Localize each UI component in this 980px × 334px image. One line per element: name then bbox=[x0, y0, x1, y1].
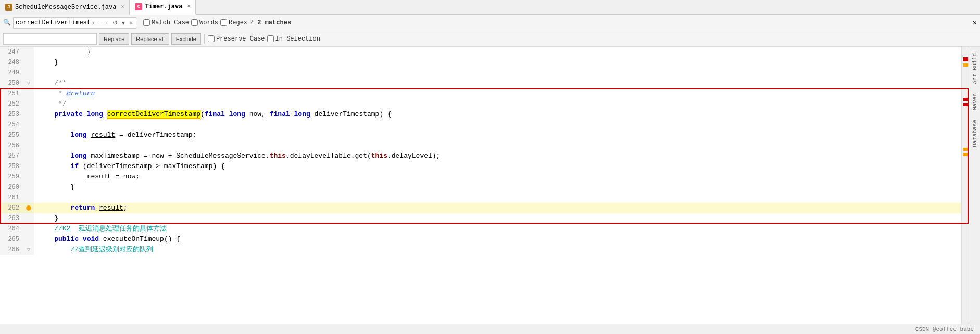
tab-schedule[interactable]: J ScheduleMessageService.java × bbox=[0, 0, 130, 15]
line-number: 259 bbox=[0, 172, 23, 182]
tab-timer-close[interactable]: × bbox=[187, 4, 190, 9]
code-scroll-area[interactable]: 247 } 248 } 249 250 ▽ /* bbox=[0, 47, 969, 324]
java-file-icon: J bbox=[5, 4, 12, 11]
line-gutter: ▽ bbox=[23, 245, 34, 255]
line-gutter bbox=[23, 161, 34, 172]
line-number: 263 bbox=[0, 213, 23, 224]
search-input[interactable] bbox=[16, 19, 89, 27]
match-case-checkbox[interactable] bbox=[143, 19, 150, 26]
code-span: deliverTimestamp) { bbox=[310, 110, 392, 118]
tab-bar: J ScheduleMessageService.java × C Timer.… bbox=[0, 0, 980, 15]
keyword-span: long bbox=[70, 131, 86, 139]
line-number: 256 bbox=[0, 140, 23, 151]
line-gutter bbox=[23, 88, 34, 99]
line-code: //查到延迟级别对应的队列 bbox=[34, 245, 969, 255]
words-option[interactable]: Words bbox=[191, 19, 218, 27]
in-selection-checkbox[interactable] bbox=[267, 35, 274, 42]
refresh-button[interactable]: ↺ bbox=[111, 19, 119, 27]
exclude-button[interactable]: Exclude bbox=[171, 33, 201, 45]
table-row: 250 ▽ /** bbox=[0, 78, 969, 88]
nav-prev-button[interactable]: ← bbox=[91, 19, 99, 27]
sidebar-tab-ant-build[interactable]: Ant Build bbox=[971, 49, 979, 88]
regex-option[interactable]: Regex bbox=[220, 19, 247, 27]
editor-main: 247 } 248 } 249 250 ▽ /* bbox=[0, 47, 980, 324]
replace-button[interactable]: Replace bbox=[99, 33, 129, 45]
line-code: public void executeOnTimeup() { bbox=[34, 234, 969, 245]
line-gutter bbox=[23, 234, 34, 245]
keyword2-span: this bbox=[371, 152, 387, 160]
warning-indicator-2 bbox=[963, 148, 968, 151]
fold-marker[interactable]: ▽ bbox=[27, 80, 30, 86]
table-row: 248 } bbox=[0, 57, 969, 68]
line-code: */ bbox=[34, 99, 969, 109]
regex-checkbox[interactable] bbox=[220, 19, 227, 26]
regex-help: ? bbox=[249, 19, 253, 27]
search-input-wrap: ← → ↺ ▾ × bbox=[13, 17, 136, 29]
match-case-option[interactable]: Match Case bbox=[143, 19, 189, 27]
tab-schedule-close[interactable]: × bbox=[121, 4, 124, 10]
tab-timer-label: Timer.java bbox=[145, 3, 182, 10]
code-editor[interactable]: 247 } 248 } 249 250 ▽ /* bbox=[0, 47, 969, 324]
table-row: 260 } bbox=[0, 182, 969, 192]
line-code: result = now; bbox=[34, 172, 969, 182]
bottom-bar: CSDN @coffee_babe bbox=[0, 324, 980, 334]
line-number: 254 bbox=[0, 120, 23, 130]
preserve-case-option[interactable]: Preserve Case bbox=[208, 35, 265, 43]
warning-indicator bbox=[963, 63, 968, 67]
line-gutter bbox=[23, 203, 34, 213]
keyword-span: long bbox=[70, 152, 86, 160]
line-code: } bbox=[34, 47, 969, 57]
line-number: 262 bbox=[0, 203, 23, 213]
close-find-bar-button[interactable]: × bbox=[973, 19, 977, 27]
right-sidebar: Ant Build Maven Database bbox=[969, 47, 980, 324]
table-row: 261 bbox=[0, 192, 969, 203]
var-span: result bbox=[99, 204, 123, 212]
close-search-button[interactable]: × bbox=[128, 19, 134, 27]
line-gutter bbox=[23, 99, 34, 109]
line-number: 265 bbox=[0, 234, 23, 245]
replace-divider bbox=[204, 34, 205, 44]
line-number: 260 bbox=[0, 182, 23, 192]
line-gutter: ▽ bbox=[23, 78, 34, 88]
line-code bbox=[34, 120, 969, 130]
selection-region: 251 * @return 252 */ 253 private long co… bbox=[0, 88, 969, 224]
line-gutter bbox=[23, 140, 34, 151]
keyword-span: public bbox=[54, 235, 79, 243]
replace-all-button[interactable]: Replace all bbox=[131, 33, 169, 45]
keyword-span: return bbox=[70, 204, 95, 212]
sidebar-tab-database[interactable]: Database bbox=[971, 115, 979, 151]
preserve-case-checkbox[interactable] bbox=[208, 35, 215, 42]
error-indicator-3 bbox=[963, 103, 968, 106]
in-selection-option[interactable]: In Selection bbox=[267, 35, 320, 43]
line-number: 250 bbox=[0, 78, 23, 88]
line-number: 249 bbox=[0, 68, 23, 78]
sidebar-tab-maven[interactable]: Maven bbox=[971, 89, 979, 114]
code-span bbox=[290, 110, 294, 118]
replace-input[interactable] bbox=[6, 35, 89, 43]
line-code: private long correctDeliverTimestamp(fin… bbox=[34, 109, 969, 120]
fold-marker[interactable]: ▽ bbox=[27, 247, 30, 253]
line-gutter bbox=[23, 182, 34, 192]
table-row: 254 bbox=[0, 120, 969, 130]
table-row: 249 bbox=[0, 68, 969, 78]
words-checkbox[interactable] bbox=[191, 19, 198, 26]
comment-span: /** bbox=[38, 79, 67, 87]
table-row: 262 return result; bbox=[0, 203, 969, 213]
keyword-span: final bbox=[270, 110, 290, 118]
line-gutter bbox=[23, 68, 34, 78]
line-code bbox=[34, 192, 969, 203]
tab-timer[interactable]: C Timer.java × bbox=[130, 0, 196, 15]
comment-span: * bbox=[38, 89, 67, 97]
nav-next-button[interactable]: → bbox=[101, 19, 109, 27]
table-row: 251 * @return bbox=[0, 88, 969, 99]
line-gutter bbox=[23, 151, 34, 161]
keyword-span: final bbox=[205, 110, 225, 118]
table-row: 259 result = now; bbox=[0, 172, 969, 182]
keyword2-span: this bbox=[270, 152, 286, 160]
line-code: if (deliverTimestamp > maxTimestamp) { bbox=[34, 161, 969, 172]
filter-button[interactable]: ▾ bbox=[121, 19, 126, 27]
error-indicator bbox=[963, 57, 968, 61]
line-number: 261 bbox=[0, 192, 23, 203]
line-code: * @return bbox=[34, 88, 969, 99]
line-number: 255 bbox=[0, 130, 23, 140]
